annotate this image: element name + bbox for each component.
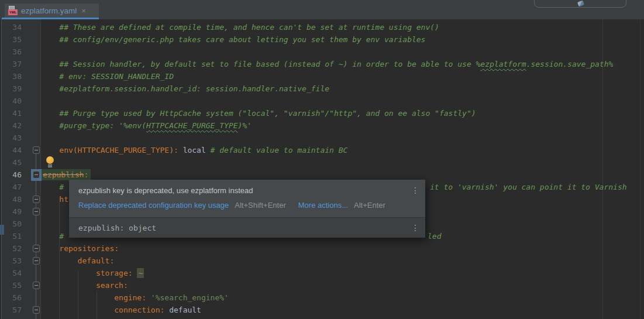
tab-ezplatform-yaml[interactable]: YML ezplatform.yaml × (5, 4, 99, 18)
code-segment: # env: SESSION_HANDLER_ID (41, 72, 174, 81)
line-number: 52 (5, 242, 22, 255)
gutter-row: 42 (2, 119, 41, 132)
code-segment: #purge_type: '%env( (41, 121, 146, 130)
line-number: 36 (5, 46, 22, 58)
code-line[interactable]: ezpublish: (41, 169, 644, 181)
fold-marker-icon[interactable] (33, 282, 40, 289)
line-number: 39 (5, 83, 22, 95)
fold-marker-icon[interactable] (33, 208, 40, 215)
line-number: 37 (5, 58, 22, 70)
code-segment: env(HTTPCACHE_PURGE_TYPE): (41, 146, 178, 155)
line-number: 45 (5, 156, 22, 169)
gutter-row: 54 (2, 267, 41, 279)
code-line[interactable]: ## config/env/generic.php takes care abo… (41, 33, 644, 46)
code-segment: local (178, 146, 211, 155)
gutter-row: 48 (2, 193, 41, 205)
code-segment: search: (41, 281, 128, 290)
code-segment: ht (41, 195, 68, 204)
code-line[interactable]: ## Purge type used by HttpCache system (… (41, 107, 644, 119)
line-number: 55 (5, 279, 22, 291)
code-segment: HTTPCACHE_PURGE_TYPE (146, 121, 238, 130)
more-actions-shortcut: Alt+Enter (354, 201, 385, 210)
gutter-row: 57 (2, 304, 41, 316)
line-number: 56 (5, 291, 22, 304)
fold-marker-icon[interactable] (33, 171, 40, 179)
code-segment: ## Session handler, by default set to fi… (41, 60, 480, 68)
gutter-row: 56 (2, 291, 41, 304)
more-actions-link[interactable]: More actions... (298, 201, 348, 210)
code-segment: '%search_engine%' (151, 293, 229, 302)
code-line[interactable] (41, 156, 644, 169)
code-segment: engine: (41, 293, 151, 302)
code-line[interactable]: engine: '%search_engine%' (41, 291, 644, 304)
code-line[interactable]: repositories: (41, 242, 644, 255)
replace-action-shortcut: Alt+Shift+Enter (235, 201, 285, 210)
code-line[interactable]: # env: SESSION_HANDLER_ID (41, 70, 644, 83)
line-number: 54 (5, 267, 22, 279)
fold-marker-icon[interactable] (33, 306, 40, 314)
code-line[interactable]: env(HTTPCACHE_PURGE_TYPE): local # defau… (41, 144, 644, 156)
gutter-row: 43 (2, 132, 41, 144)
line-number: 35 (5, 33, 22, 46)
code-line[interactable]: connection: default (41, 304, 644, 316)
gutter-row: 35 (2, 33, 41, 46)
line-number: 43 (5, 132, 22, 144)
gutter-row: 49 (2, 205, 41, 218)
popup-doc-text: ezpublish: object (78, 224, 156, 232)
line-number: 46 (5, 169, 22, 181)
code-segment: # (41, 183, 68, 191)
gutter-row: 34 (2, 21, 41, 33)
gutter-row: 38 (2, 70, 41, 83)
code-line[interactable]: storage: ~ (41, 267, 644, 279)
code-segment: ## Purge type used by HttpCache system (… (41, 109, 476, 118)
editor-gutter: 3435363738394041424344454647484950515253… (2, 19, 41, 319)
fold-marker-icon[interactable] (33, 195, 40, 203)
line-number: 40 (5, 95, 22, 107)
popup-doc-section: ezpublish: object ⋮ (69, 217, 425, 238)
toolbar-widget-icon (577, 1, 584, 7)
code-segment: ## config/env/generic.php takes care abo… (41, 35, 425, 44)
code-segment: ezplatform (480, 60, 526, 68)
intention-lightbulb-icon[interactable] (46, 156, 55, 169)
gutter-row: 41 (2, 107, 41, 119)
replace-action-link[interactable]: Replace deprecated configuration key usa… (78, 201, 229, 210)
code-segment: it to 'varnish' you can point it to Varn… (430, 181, 627, 193)
code-editor[interactable]: 3435363738394041424344454647484950515253… (0, 19, 644, 319)
code-line[interactable]: search: (41, 279, 644, 291)
fold-marker-icon[interactable] (33, 257, 40, 265)
code-line[interactable] (41, 95, 644, 107)
popup-message-section: ezpublish key is deprecated, use ezplatf… (69, 180, 425, 217)
gutter-row: 53 (2, 255, 41, 267)
yaml-file-icon: YML (8, 6, 18, 15)
window-edge-line (1, 19, 2, 319)
code-segment: )%' (238, 121, 252, 130)
code-segment: .session.save_path% (526, 60, 614, 68)
code-segment: ezpublish (41, 169, 84, 180)
code-line[interactable]: ## These are defined at compile time, an… (41, 21, 644, 33)
code-line[interactable]: #ezplatform.session.handler_id: session.… (41, 83, 644, 95)
line-number: 42 (5, 119, 22, 132)
line-number: 49 (5, 205, 22, 218)
code-line[interactable] (41, 46, 644, 58)
code-segment: : (84, 169, 91, 180)
code-segment: default: (41, 256, 114, 265)
code-line[interactable]: default: (41, 255, 644, 267)
tab-close-icon[interactable]: × (81, 6, 86, 15)
code-segment: ~ (137, 268, 144, 278)
popup-title: ezpublish key is deprecated, use ezplatf… (78, 186, 418, 195)
fold-marker-icon[interactable] (33, 245, 40, 252)
code-line[interactable]: ## Session handler, by default set to fi… (41, 58, 644, 70)
popup-doc-menu-icon[interactable]: ⋮ (411, 224, 419, 232)
code-line[interactable]: #purge_type: '%env(HTTPCACHE_PURGE_TYPE)… (41, 119, 644, 132)
gutter-row: 52 (2, 242, 41, 255)
gutter-row: 37 (2, 58, 41, 70)
editor-tab-bar: YML ezplatform.yaml × (0, 0, 644, 19)
code-segment: storage: (41, 269, 137, 277)
popup-menu-icon[interactable]: ⋮ (411, 186, 419, 194)
code-line[interactable] (41, 132, 644, 144)
code-segment: ## These are defined at compile time, an… (41, 23, 439, 32)
toolbar-widget[interactable] (534, 0, 626, 8)
line-number: 50 (5, 218, 22, 230)
fold-marker-icon[interactable] (33, 146, 40, 154)
line-number: 53 (5, 255, 22, 267)
